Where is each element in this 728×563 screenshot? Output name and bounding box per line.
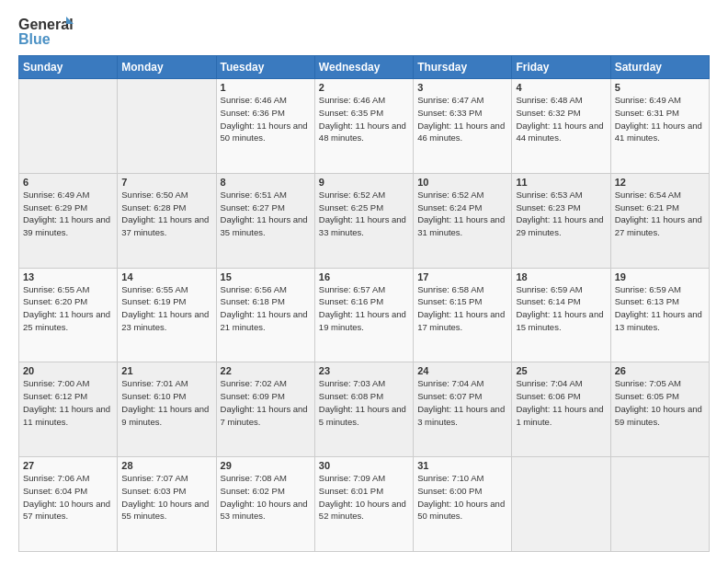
day-detail: Sunrise: 7:04 AM Sunset: 6:06 PM Dayligh…	[516, 377, 606, 428]
day-number: 12	[615, 177, 705, 188]
day-number: 28	[121, 460, 211, 471]
day-number: 6	[23, 177, 113, 188]
day-number: 31	[417, 460, 507, 471]
weekday-header-friday: Friday	[512, 56, 610, 79]
svg-text:Blue: Blue	[18, 31, 51, 47]
calendar-cell: 3Sunrise: 6:47 AM Sunset: 6:33 PM Daylig…	[414, 79, 512, 174]
day-detail: Sunrise: 6:55 AM Sunset: 6:19 PM Dayligh…	[121, 283, 211, 334]
day-detail: Sunrise: 7:02 AM Sunset: 6:09 PM Dayligh…	[221, 377, 311, 428]
calendar-cell	[118, 79, 216, 174]
day-detail: Sunrise: 6:53 AM Sunset: 6:23 PM Dayligh…	[516, 189, 606, 239]
calendar-table: SundayMondayTuesdayWednesdayThursdayFrid…	[18, 55, 710, 552]
calendar-cell: 14Sunrise: 6:55 AM Sunset: 6:19 PM Dayli…	[118, 268, 216, 362]
day-number: 18	[516, 271, 606, 282]
weekday-header-monday: Monday	[118, 56, 216, 79]
day-number: 4	[516, 82, 606, 93]
day-number: 7	[121, 177, 211, 188]
weekday-header-saturday: Saturday	[610, 56, 709, 79]
day-detail: Sunrise: 7:05 AM Sunset: 6:05 PM Dayligh…	[615, 377, 705, 428]
day-detail: Sunrise: 6:52 AM Sunset: 6:24 PM Dayligh…	[417, 189, 507, 239]
day-number: 9	[319, 177, 409, 188]
logo: GeneralBlue	[18, 15, 74, 48]
svg-text:General: General	[18, 17, 74, 32]
logo-svg: GeneralBlue	[18, 15, 74, 48]
day-detail: Sunrise: 6:57 AM Sunset: 6:16 PM Dayligh…	[319, 283, 409, 334]
calendar-cell: 25Sunrise: 7:04 AM Sunset: 6:06 PM Dayli…	[512, 362, 610, 457]
day-number: 30	[319, 460, 409, 471]
calendar-cell: 24Sunrise: 7:04 AM Sunset: 6:07 PM Dayli…	[414, 362, 512, 457]
calendar-cell: 12Sunrise: 6:54 AM Sunset: 6:21 PM Dayli…	[610, 173, 709, 268]
day-detail: Sunrise: 6:55 AM Sunset: 6:20 PM Dayligh…	[23, 283, 113, 334]
day-number: 8	[221, 177, 311, 188]
day-detail: Sunrise: 6:59 AM Sunset: 6:13 PM Dayligh…	[615, 283, 705, 334]
calendar-cell: 9Sunrise: 6:52 AM Sunset: 6:25 PM Daylig…	[314, 173, 413, 268]
calendar-cell: 1Sunrise: 6:46 AM Sunset: 6:36 PM Daylig…	[216, 79, 314, 174]
calendar-cell: 6Sunrise: 6:49 AM Sunset: 6:29 PM Daylig…	[19, 173, 118, 268]
day-detail: Sunrise: 7:10 AM Sunset: 6:00 PM Dayligh…	[417, 472, 507, 523]
calendar-cell: 8Sunrise: 6:51 AM Sunset: 6:27 PM Daylig…	[216, 173, 314, 268]
day-number: 5	[615, 82, 705, 93]
day-detail: Sunrise: 6:48 AM Sunset: 6:32 PM Dayligh…	[516, 94, 606, 144]
calendar-cell	[610, 457, 709, 552]
week-row-0: 1Sunrise: 6:46 AM Sunset: 6:36 PM Daylig…	[19, 79, 710, 174]
calendar-cell: 7Sunrise: 6:50 AM Sunset: 6:28 PM Daylig…	[118, 173, 216, 268]
weekday-header-tuesday: Tuesday	[216, 56, 314, 79]
day-number: 20	[23, 365, 113, 376]
calendar-cell: 10Sunrise: 6:52 AM Sunset: 6:24 PM Dayli…	[414, 173, 512, 268]
weekday-header-row: SundayMondayTuesdayWednesdayThursdayFrid…	[19, 56, 710, 79]
day-detail: Sunrise: 6:46 AM Sunset: 6:36 PM Dayligh…	[221, 94, 311, 144]
calendar-cell: 15Sunrise: 6:56 AM Sunset: 6:18 PM Dayli…	[216, 268, 314, 362]
day-number: 21	[121, 365, 211, 376]
calendar-cell: 21Sunrise: 7:01 AM Sunset: 6:10 PM Dayli…	[118, 362, 216, 457]
calendar-cell: 5Sunrise: 6:49 AM Sunset: 6:31 PM Daylig…	[610, 79, 709, 174]
day-detail: Sunrise: 6:59 AM Sunset: 6:14 PM Dayligh…	[516, 283, 606, 334]
calendar-cell: 31Sunrise: 7:10 AM Sunset: 6:00 PM Dayli…	[414, 457, 512, 552]
calendar-cell: 27Sunrise: 7:06 AM Sunset: 6:04 PM Dayli…	[19, 457, 118, 552]
day-number: 10	[417, 177, 507, 188]
calendar-cell: 16Sunrise: 6:57 AM Sunset: 6:16 PM Dayli…	[314, 268, 413, 362]
day-detail: Sunrise: 6:56 AM Sunset: 6:18 PM Dayligh…	[221, 283, 311, 334]
day-number: 1	[221, 82, 311, 93]
day-number: 29	[221, 460, 311, 471]
calendar-cell: 28Sunrise: 7:07 AM Sunset: 6:03 PM Dayli…	[118, 457, 216, 552]
calendar-cell: 20Sunrise: 7:00 AM Sunset: 6:12 PM Dayli…	[19, 362, 118, 457]
calendar-cell: 19Sunrise: 6:59 AM Sunset: 6:13 PM Dayli…	[610, 268, 709, 362]
calendar-cell: 22Sunrise: 7:02 AM Sunset: 6:09 PM Dayli…	[216, 362, 314, 457]
day-detail: Sunrise: 7:09 AM Sunset: 6:01 PM Dayligh…	[319, 472, 409, 523]
day-number: 13	[23, 271, 113, 282]
week-row-4: 27Sunrise: 7:06 AM Sunset: 6:04 PM Dayli…	[19, 457, 710, 552]
day-detail: Sunrise: 6:50 AM Sunset: 6:28 PM Dayligh…	[121, 189, 211, 239]
calendar-cell: 30Sunrise: 7:09 AM Sunset: 6:01 PM Dayli…	[314, 457, 413, 552]
day-detail: Sunrise: 7:08 AM Sunset: 6:02 PM Dayligh…	[221, 472, 311, 523]
week-row-1: 6Sunrise: 6:49 AM Sunset: 6:29 PM Daylig…	[19, 173, 710, 268]
day-number: 17	[417, 271, 507, 282]
calendar-cell: 23Sunrise: 7:03 AM Sunset: 6:08 PM Dayli…	[314, 362, 413, 457]
day-detail: Sunrise: 6:49 AM Sunset: 6:29 PM Dayligh…	[23, 189, 113, 239]
day-number: 24	[417, 365, 507, 376]
day-number: 2	[319, 82, 409, 93]
weekday-header-wednesday: Wednesday	[314, 56, 413, 79]
day-detail: Sunrise: 7:00 AM Sunset: 6:12 PM Dayligh…	[23, 377, 113, 428]
day-detail: Sunrise: 7:03 AM Sunset: 6:08 PM Dayligh…	[319, 377, 409, 428]
day-number: 15	[221, 271, 311, 282]
calendar-cell: 29Sunrise: 7:08 AM Sunset: 6:02 PM Dayli…	[216, 457, 314, 552]
day-detail: Sunrise: 6:47 AM Sunset: 6:33 PM Dayligh…	[417, 94, 507, 144]
calendar-cell: 13Sunrise: 6:55 AM Sunset: 6:20 PM Dayli…	[19, 268, 118, 362]
day-detail: Sunrise: 6:58 AM Sunset: 6:15 PM Dayligh…	[417, 283, 507, 334]
day-number: 11	[516, 177, 606, 188]
day-number: 23	[319, 365, 409, 376]
day-number: 14	[121, 271, 211, 282]
day-detail: Sunrise: 6:46 AM Sunset: 6:35 PM Dayligh…	[319, 94, 409, 144]
weekday-header-thursday: Thursday	[414, 56, 512, 79]
day-number: 22	[221, 365, 311, 376]
calendar-cell: 18Sunrise: 6:59 AM Sunset: 6:14 PM Dayli…	[512, 268, 610, 362]
day-detail: Sunrise: 7:06 AM Sunset: 6:04 PM Dayligh…	[23, 472, 113, 523]
calendar-cell: 4Sunrise: 6:48 AM Sunset: 6:32 PM Daylig…	[512, 79, 610, 174]
day-detail: Sunrise: 7:07 AM Sunset: 6:03 PM Dayligh…	[121, 472, 211, 523]
day-detail: Sunrise: 6:51 AM Sunset: 6:27 PM Dayligh…	[221, 189, 311, 239]
day-number: 19	[615, 271, 705, 282]
day-number: 27	[23, 460, 113, 471]
day-number: 3	[417, 82, 507, 93]
day-detail: Sunrise: 6:49 AM Sunset: 6:31 PM Dayligh…	[615, 94, 705, 144]
day-detail: Sunrise: 7:04 AM Sunset: 6:07 PM Dayligh…	[417, 377, 507, 428]
